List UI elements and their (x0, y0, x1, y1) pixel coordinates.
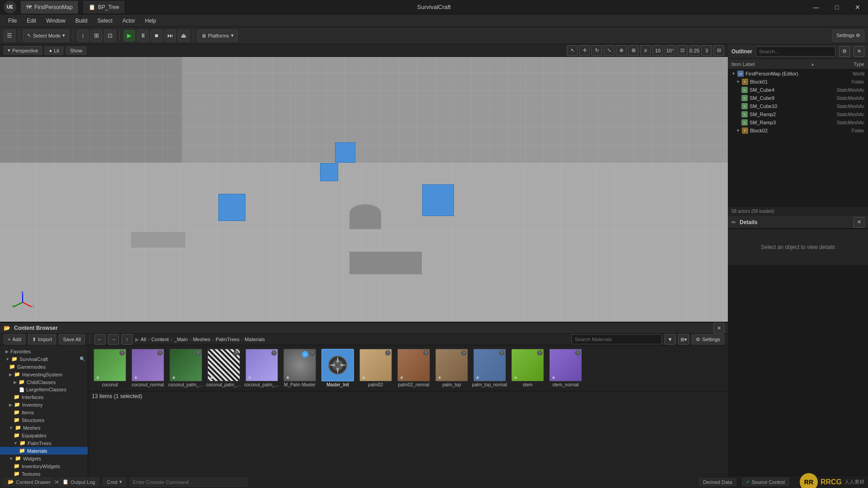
menu-select[interactable]: Select (93, 16, 117, 25)
menu-help[interactable]: Help (141, 16, 161, 25)
toolbar-stop-btn[interactable]: ■ (151, 30, 162, 42)
tree-gamemodes[interactable]: 📁 Gamemodes (0, 363, 88, 371)
outliner-row-block02[interactable]: ▼ F Block02 Folder (728, 127, 868, 135)
toolbar-layout-btn[interactable]: ☰ (4, 30, 15, 42)
outliner-row-block01[interactable]: ▼ F Block01 Folder (728, 78, 868, 86)
asset-coconut-normal[interactable]: ★ ? coconut_normal (130, 349, 166, 387)
vp-move-icon[interactable]: ✛ (579, 45, 590, 56)
tree-survivalcraft[interactable]: ▼ 📁 SurvivalCraft 🔍 (0, 355, 88, 363)
details-close-button[interactable]: ✕ (854, 217, 864, 228)
outliner-row-firstpersonmap[interactable]: ▼ W FirstPersonMap (Editor) World (728, 70, 868, 78)
bread-palmtrees[interactable]: PalmTrees (216, 337, 240, 342)
tree-inventory[interactable]: ▶ 📁 Inventory (0, 401, 88, 408)
derived-data-button[interactable]: Derived Data (699, 478, 736, 486)
show-button[interactable]: Show (66, 47, 87, 55)
outliner-row-smcube10[interactable]: S SM_Cube10 StaticMeshAc (728, 102, 868, 110)
toolbar-eject-btn[interactable]: ⏏ (178, 30, 189, 42)
toolbar-play-btn[interactable]: ▶ (123, 30, 135, 42)
outliner-settings-icon[interactable]: ⚙ (839, 46, 850, 57)
tree-meshes[interactable]: ▼ 📁 Meshes (0, 424, 88, 432)
minimize-button[interactable]: — (806, 0, 826, 14)
close-button[interactable]: ✕ (847, 0, 868, 14)
output-log-button[interactable]: 📋 Output Log (58, 478, 99, 486)
asset-cpln[interactable]: ★ ? coconut_palm_leaf_normal (244, 349, 280, 387)
menu-file[interactable]: File (4, 16, 21, 25)
outliner-row-smcube9[interactable]: S SM_Cube9 StaticMeshAc (728, 94, 868, 102)
outliner-row-smramp2[interactable]: S SM_Ramp2 StaticMeshAc (728, 110, 868, 118)
tab-bptree[interactable]: 📋 BP_Tree (83, 1, 125, 14)
menu-actor[interactable]: Actor (118, 16, 140, 25)
asset-coconut-palm-leaf[interactable]: ★ ? coconut_palm_leaf (168, 349, 204, 387)
toolbar-snap-btn[interactable]: ⊞ (90, 30, 102, 42)
asset-stemnormal[interactable]: ★ ? stem_normal (547, 349, 584, 387)
vp-grid2-icon[interactable]: # (640, 45, 651, 56)
cb-search-input[interactable] (571, 334, 662, 344)
outliner-close-button[interactable]: ✕ (854, 46, 864, 57)
cb-up-button[interactable]: ↑ (122, 334, 132, 345)
outliner-search-input[interactable] (756, 47, 835, 56)
tree-favorites[interactable]: ▶ Favorites (0, 348, 88, 355)
vp-scale2-icon[interactable]: ⊡ (677, 45, 688, 56)
bread-meshes[interactable]: Meshes (193, 337, 211, 342)
vp-world-icon[interactable]: ⊕ (616, 45, 627, 56)
tree-harvesting[interactable]: ▶ 📁 HarvestingSystem (0, 371, 88, 378)
asset-palmtop[interactable]: ★ ? palm_top (434, 349, 470, 387)
asset-stem[interactable]: ★ ? stem (509, 349, 546, 387)
asset-palm02[interactable]: ★ ? palm02 (358, 349, 394, 387)
tree-inventorywidgets[interactable]: 📁 InventoryWidgets (0, 462, 88, 470)
asset-master-init[interactable]: Master_Init (320, 349, 356, 387)
menu-window[interactable]: Window (42, 16, 70, 25)
tree-materials[interactable]: 📁 Materials (0, 447, 88, 455)
settings-button[interactable]: Settings ⚙ (832, 30, 864, 42)
menu-build[interactable]: Build (71, 16, 92, 25)
vp-grid-icon[interactable]: ⊞ (628, 45, 639, 56)
tree-equipables[interactable]: 📁 Equipables (0, 432, 88, 439)
tree-interfaces[interactable]: 📁 Interfaces (0, 393, 88, 401)
vp-num-icon[interactable]: 10 (652, 45, 663, 56)
cmd-button[interactable]: Cmd ▾ (103, 478, 126, 486)
cb-import-button[interactable]: ⬆ Import (28, 334, 56, 345)
tree-textures[interactable]: 📁 Textures (0, 470, 88, 478)
vp-025-icon[interactable]: 0.25 (689, 45, 700, 56)
asset-cpl-alpha[interactable]: ★ ? coconut_palm_leaf_alpha (206, 349, 242, 387)
toolbar-pause-btn[interactable]: ⏸ (137, 30, 149, 42)
maximize-button[interactable]: □ (826, 0, 847, 14)
cb-back-button[interactable]: ← (94, 334, 105, 345)
cb-view-button[interactable]: ⊞▾ (678, 334, 689, 345)
vp-scale-icon[interactable]: ⤡ (604, 45, 614, 56)
outliner-row-smramp3[interactable]: S SM_Ramp3 StaticMeshAc (728, 118, 868, 127)
content-drawer-button[interactable]: 📂 Content Drawer (4, 478, 55, 486)
tree-largeitemclasses[interactable]: 📄 LargeItemClasses (0, 386, 88, 393)
cb-close-button[interactable]: ✕ (713, 323, 724, 333)
cb-forward-button[interactable]: → (108, 334, 119, 345)
cb-content[interactable]: ★ ? coconut ★ ? coconut_normal (88, 345, 728, 488)
vp-angle-icon[interactable]: 10° (665, 45, 675, 56)
toolbar-move-btn[interactable]: ↕ (77, 30, 89, 42)
cb-save-all-button[interactable]: Save All (59, 334, 85, 345)
tree-items[interactable]: 📁 Items (0, 408, 88, 416)
tree-structures[interactable]: 📁 Structures (0, 416, 88, 424)
tree-childclasses[interactable]: ▶ 📁 ChildClasses (0, 378, 88, 386)
viewport-canvas[interactable]: X Y Z (0, 57, 728, 322)
sc-search-icon[interactable]: 🔍 (80, 357, 85, 361)
console-command-input[interactable] (130, 478, 247, 487)
lit-button[interactable]: ● Lit (45, 47, 63, 55)
platforms-button[interactable]: 🖥 Platforms ▾ (197, 30, 237, 42)
tab-firstpersonmap[interactable]: 🗺 FirstPersonMap (21, 1, 79, 14)
tree-palmtrees[interactable]: ▼ 📁 PalmTrees (0, 439, 88, 447)
vp-rotate-icon[interactable]: ↻ (591, 45, 602, 56)
bread-content[interactable]: Content (151, 337, 169, 342)
bread-materials[interactable]: Materials (245, 337, 265, 342)
select-mode-button[interactable]: ↖ Select Mode ▾ (23, 30, 69, 42)
vp-maximize-icon[interactable]: ⊟ (713, 45, 724, 56)
menu-edit[interactable]: Edit (22, 16, 41, 25)
source-control-button[interactable]: ✓ Source Control (742, 478, 789, 486)
tree-widgets[interactable]: ▼ 📁 Widgets (0, 455, 88, 462)
bread-main[interactable]: _Main (174, 337, 188, 342)
toolbar-skip-btn[interactable]: ⏭ (164, 30, 176, 42)
outliner-row-smcube4[interactable]: S SM_Cube4 StaticMeshAc (728, 86, 868, 94)
bread-all[interactable]: All (141, 337, 146, 342)
cb-add-button[interactable]: + Add (4, 334, 25, 345)
asset-coconut[interactable]: ★ ? coconut (92, 349, 128, 387)
asset-palm02n[interactable]: ★ ? palm02_normal (396, 349, 432, 387)
